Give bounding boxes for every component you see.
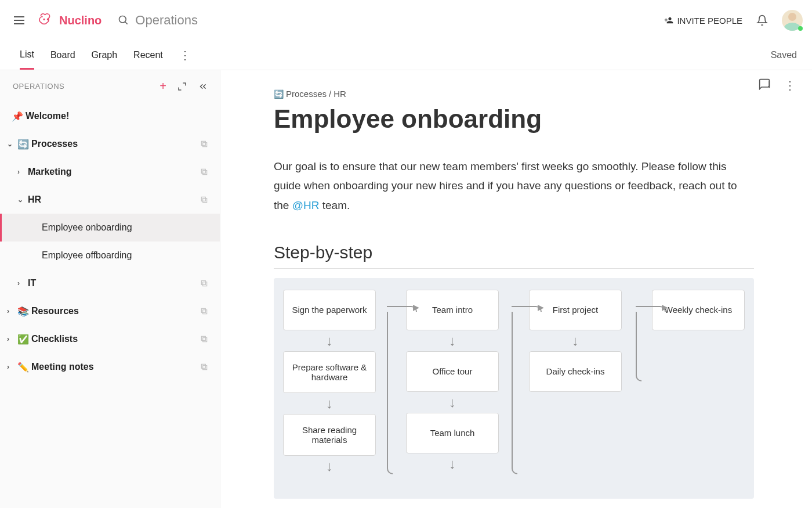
svg-rect-14 xyxy=(203,338,207,342)
sidebar-item-meeting-notes[interactable]: › ✏️ Meeting notes xyxy=(0,353,220,381)
copy-icon xyxy=(200,363,208,371)
sidebar: OPERATIONS + 📌 Welcome! ⌄ 🔄 Processes xyxy=(0,70,220,508)
doc-intro[interactable]: Our goal is to ensure that our new team … xyxy=(274,157,754,215)
flow-col-1: Sign the paperwork ↓ Prepare software & … xyxy=(283,290,376,477)
arrow-down-icon: ↓ xyxy=(449,456,456,472)
svg-line-3 xyxy=(125,22,128,24)
flow-node: Office tour xyxy=(406,351,499,392)
page-title[interactable]: Employee onboarding xyxy=(274,105,754,134)
flowchart: ▶ ▶ ▶ Sign the paperwork ↓ Prepare softw… xyxy=(274,278,754,499)
sidebar-item-marketing[interactable]: › Marketing xyxy=(0,158,220,186)
arrow-down-icon: ↓ xyxy=(449,333,456,349)
check-icon: ✅ xyxy=(17,334,28,345)
svg-rect-6 xyxy=(203,171,207,175)
copy-icon xyxy=(200,307,208,315)
copy-icon xyxy=(200,196,208,204)
svg-point-0 xyxy=(44,19,45,20)
search-icon xyxy=(118,15,129,26)
content-area: ⋮ 🔄 Processes / HR Employee onboarding O… xyxy=(220,70,812,508)
section-heading[interactable]: Step-by-step xyxy=(274,243,754,269)
bell-icon[interactable] xyxy=(756,15,768,26)
chevron-right-icon: › xyxy=(17,168,24,176)
brain-icon xyxy=(37,13,56,27)
avatar[interactable] xyxy=(782,10,803,31)
svg-point-2 xyxy=(119,16,126,23)
svg-point-1 xyxy=(48,19,49,20)
sidebar-item-employee-onboarding[interactable]: Employee onboarding xyxy=(0,214,220,242)
svg-rect-13 xyxy=(201,308,205,312)
arrow-down-icon: ↓ xyxy=(326,333,333,349)
copy-icon xyxy=(200,140,208,148)
sidebar-header: OPERATIONS + xyxy=(0,70,220,100)
svg-rect-16 xyxy=(203,366,207,370)
chevron-right-icon: › xyxy=(7,335,14,343)
svg-rect-17 xyxy=(201,364,205,368)
sidebar-item-it[interactable]: › IT xyxy=(0,269,220,297)
books-icon: 📚 xyxy=(17,306,28,317)
svg-rect-10 xyxy=(203,282,207,286)
sidebar-item-checklists[interactable]: › ✅ Checklists xyxy=(0,325,220,353)
tab-list[interactable]: List xyxy=(20,49,34,70)
svg-rect-12 xyxy=(203,310,207,314)
flow-node: Sign the paperwork xyxy=(283,290,376,330)
collapse-icon[interactable] xyxy=(198,81,208,92)
tab-recent[interactable]: Recent xyxy=(133,50,163,69)
sidebar-item-processes[interactable]: ⌄ 🔄 Processes xyxy=(0,130,220,158)
copy-icon xyxy=(200,279,208,287)
sidebar-item-welcome[interactable]: 📌 Welcome! xyxy=(0,102,220,130)
invite-label: INVITE PEOPLE xyxy=(677,16,742,26)
copy-icon xyxy=(200,335,208,343)
app-name: Nuclino xyxy=(59,14,102,27)
chevron-right-icon: › xyxy=(7,307,14,315)
breadcrumb[interactable]: 🔄 Processes / HR xyxy=(274,89,754,99)
search-placeholder: Operations xyxy=(135,13,198,28)
search-area[interactable]: Operations xyxy=(118,13,198,28)
svg-rect-4 xyxy=(203,143,207,147)
flow-node: Share reading materials xyxy=(283,414,376,456)
more-icon[interactable]: ⋮ xyxy=(784,78,796,92)
chevron-right-icon: › xyxy=(7,363,14,371)
comments-icon[interactable] xyxy=(759,78,770,90)
saved-status: Saved xyxy=(771,50,798,60)
tab-row: List Board Graph Recent ⋮ Saved xyxy=(0,41,812,70)
person-add-icon xyxy=(664,16,673,25)
app-logo[interactable]: Nuclino xyxy=(37,13,102,27)
arrow-down-icon: ↓ xyxy=(326,458,333,474)
status-online-dot xyxy=(798,26,803,31)
sidebar-item-employee-offboarding[interactable]: Employee offboarding xyxy=(0,242,220,269)
svg-rect-8 xyxy=(203,199,207,203)
hr-mention[interactable]: @HR xyxy=(292,199,320,211)
svg-rect-9 xyxy=(201,197,205,201)
sidebar-title: OPERATIONS xyxy=(13,82,64,91)
content-tools: ⋮ xyxy=(759,78,796,92)
pencil-icon: ✏️ xyxy=(17,362,28,373)
invite-button[interactable]: INVITE PEOPLE xyxy=(664,16,742,26)
sidebar-item-hr[interactable]: ⌄ HR xyxy=(0,186,220,214)
add-icon[interactable]: + xyxy=(160,80,166,93)
svg-rect-15 xyxy=(201,336,205,340)
chevron-right-icon: › xyxy=(17,279,24,287)
tab-graph[interactable]: Graph xyxy=(92,50,117,69)
expand-icon[interactable] xyxy=(177,81,187,92)
tab-more-icon[interactable]: ⋮ xyxy=(179,48,191,62)
arrow-down-icon: ↓ xyxy=(449,394,456,410)
flow-col-2: Team intro ↓ Office tour ↓ Team lunch ↓ xyxy=(406,290,499,474)
recycle-icon: 🔄 xyxy=(274,89,284,99)
arrow-down-icon: ↓ xyxy=(572,333,579,349)
sidebar-item-resources[interactable]: › 📚 Resources xyxy=(0,297,220,325)
pin-icon: 📌 xyxy=(12,111,22,122)
menu-icon[interactable] xyxy=(14,13,28,27)
top-header: Nuclino Operations INVITE PEOPLE xyxy=(0,0,812,41)
copy-icon xyxy=(200,168,208,176)
chevron-down-icon: ⌄ xyxy=(17,196,24,204)
flow-node: Daily check-ins xyxy=(529,351,622,392)
sidebar-tree: 📌 Welcome! ⌄ 🔄 Processes › Marketing ⌄ H… xyxy=(0,100,220,383)
flow-node: Prepare software & hardware xyxy=(283,351,376,393)
svg-rect-11 xyxy=(201,280,205,284)
flow-node: Team lunch xyxy=(406,413,499,453)
svg-rect-7 xyxy=(201,169,205,173)
flow-node: Team intro xyxy=(406,290,499,330)
recycle-icon: 🔄 xyxy=(17,139,28,150)
tab-board[interactable]: Board xyxy=(50,50,75,69)
svg-rect-5 xyxy=(201,141,205,145)
